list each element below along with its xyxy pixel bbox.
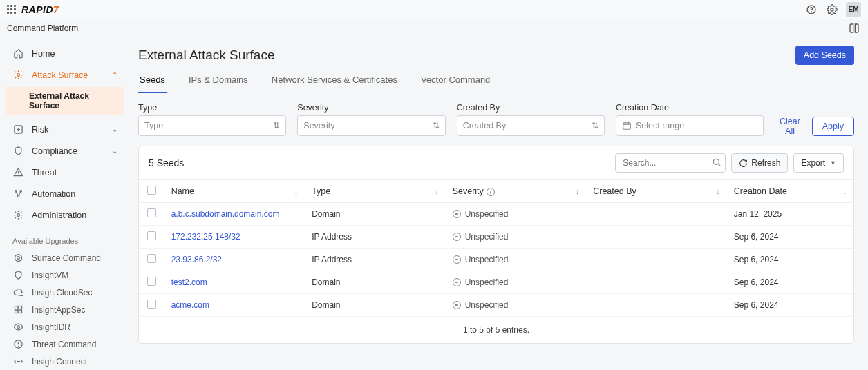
sidebar-item-compliance[interactable]: Compliance⌄ [6,140,124,162]
sidebar-item-administration[interactable]: Administration [6,204,124,226]
tab-seeds[interactable]: Seeds [138,69,167,93]
svg-rect-17 [623,123,631,129]
avatar[interactable]: EM [846,2,861,17]
help-icon[interactable] [804,3,818,17]
shield-icon [12,270,23,280]
refresh-icon [739,159,748,168]
severity-unspecified-icon [453,210,461,218]
info-icon[interactable]: i [487,188,495,196]
sort-arrow-icon[interactable]: ↓ [716,187,720,195]
sort-arrow-icon[interactable]: ↓ [435,187,439,195]
add-seeds-button[interactable]: Add Seeds [795,46,854,65]
tabs: SeedsIPs & DomainsNetwork Services & Cer… [138,69,854,93]
connect-icon [12,356,23,367]
svg-point-6 [20,191,22,193]
tab-vector-command[interactable]: Vector Command [419,69,491,92]
sidebar-item-attack-surface[interactable]: Attack Surface⌃ [6,64,124,86]
svg-point-1 [811,11,811,12]
svg-rect-12 [19,306,21,309]
clear-all-button[interactable]: Clear All [775,117,805,136]
app-icon [12,304,23,315]
filter-createdby-select[interactable]: Created By ⇅ [457,115,605,136]
svg-point-7 [17,195,19,197]
search-input[interactable] [615,153,726,173]
tab-network-services-certificates[interactable]: Network Services & Certificates [270,69,399,92]
seed-name-link[interactable]: 172.232.25.148/32 [171,232,240,242]
gear-icon [12,70,23,80]
sidebar-item-threat[interactable]: Threat [6,162,124,183]
filter-createdby-label: Created By [457,103,605,113]
col-date: Creation Date↓ [727,180,853,203]
nodes-icon [12,188,23,199]
svg-point-9 [15,255,21,262]
svg-rect-11 [15,306,17,309]
sidebar-item-label: Attack Surface [32,70,88,80]
sidebar-subitem-external-attack-surface[interactable]: External Attack Surface [6,87,124,115]
book-icon[interactable] [847,21,861,35]
search-icon [712,157,721,167]
sort-icon: ⇅ [592,121,598,130]
upgrade-item-label: InsightIDR [32,322,70,332]
sort-arrow-icon[interactable]: ↓ [294,187,299,195]
filter-date-input[interactable]: Select range [616,115,764,136]
upgrade-item-label: InsightCloudSec [32,288,92,298]
panel-title: 5 Seeds [149,157,184,168]
row-checkbox[interactable] [147,208,156,217]
severity-unspecified-icon [453,233,461,241]
col-createdby: Created By↓ [586,180,727,203]
upgrade-item-insightvm[interactable]: InsightVM [6,266,124,284]
seed-name-link[interactable]: acme.com [171,300,209,310]
seed-name-link[interactable]: 23.93.86.2/32 [171,255,222,264]
eye-icon [12,322,23,332]
sidebar-item-home[interactable]: Home [6,43,124,64]
sidebar-item-automation[interactable]: Automation [6,183,124,204]
seed-name-link[interactable]: a.b.c.subdomain.domain.com [171,209,280,219]
apply-button[interactable]: Apply [812,117,854,136]
sort-icon: ⇅ [273,121,280,130]
sort-icon: ⇅ [433,121,440,130]
filter-severity-select[interactable]: Severity ⇅ [297,115,445,136]
upgrade-item-label: InsightAppSec [32,305,85,315]
upgrade-item-insightidr[interactable]: InsightIDR [6,318,124,335]
topbar: RAPID7 EM [0,0,868,19]
chevron-down-icon: ▼ [830,159,836,166]
brand-logo: RAPID7 [21,4,59,15]
upgrade-item-insightconnect[interactable]: InsightConnect [6,353,124,370]
svg-point-10 [17,257,19,260]
tab-ips-domains[interactable]: IPs & Domains [187,69,249,92]
svg-point-8 [17,214,19,217]
plus-square-icon [12,124,23,135]
seed-name-link[interactable]: test2.com [171,278,207,287]
row-checkbox[interactable] [147,277,156,286]
upgrade-item-threat-command[interactable]: Threat Command [6,335,124,353]
row-checkbox[interactable] [147,231,156,240]
row-checkbox[interactable] [147,300,156,309]
sidebar-item-label: Risk [32,125,48,135]
upgrade-item-insightappsec[interactable]: InsightAppSec [6,301,124,318]
filter-type-select[interactable]: Type ⇅ [138,115,286,136]
upgrade-item-label: Surface Command [32,253,101,263]
seed-severity: Unspecified [453,278,580,287]
select-all-checkbox[interactable] [147,186,156,195]
subbar: Command Platform [0,19,868,37]
upgrade-item-insightcloudsec[interactable]: InsightCloudSec [6,284,124,301]
upgrade-item-label: InsightConnect [32,357,87,367]
seed-createdby [586,271,727,294]
sort-arrow-icon[interactable]: ↓ [576,187,580,195]
refresh-button[interactable]: Refresh [731,153,788,173]
svg-point-15 [17,326,19,329]
export-button[interactable]: Export ▼ [793,153,844,173]
seed-type: IP Address [305,226,446,249]
svg-rect-14 [19,310,21,313]
row-checkbox[interactable] [147,254,156,263]
main-content: External Attack Surface Add Seeds SeedsI… [124,37,868,370]
target-icon [12,253,23,263]
app-grid-icon[interactable] [7,5,16,14]
seed-severity: Unspecified [453,232,580,242]
seed-createdby [586,249,727,271]
sidebar-item-risk[interactable]: Risk⌄ [6,119,124,140]
settings-icon[interactable] [825,3,839,17]
upgrade-item-surface-command[interactable]: Surface Command [6,249,124,266]
warning-icon [12,167,23,177]
sort-arrow-icon[interactable]: ↓ [843,187,847,195]
